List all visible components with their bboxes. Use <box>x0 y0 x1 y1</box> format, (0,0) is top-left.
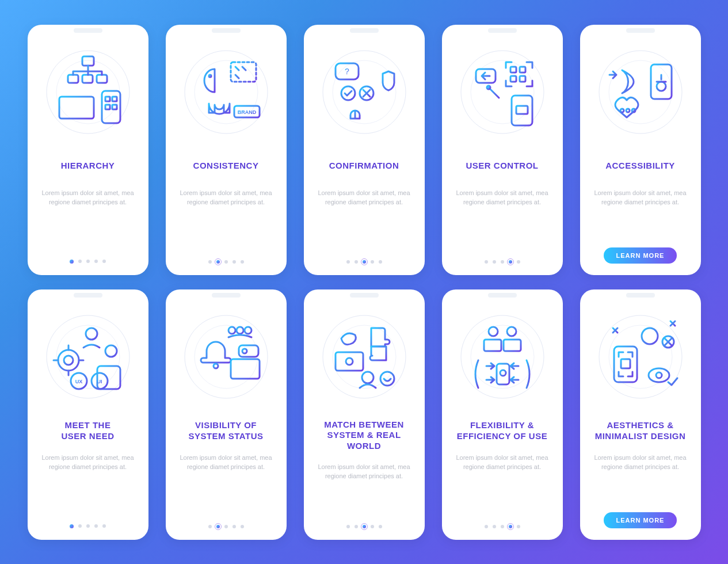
pagination-dot[interactable] <box>346 525 350 528</box>
pagination-dot[interactable] <box>363 525 366 528</box>
pagination-dot[interactable] <box>509 525 512 528</box>
svg-rect-3 <box>68 75 78 83</box>
phone-mockup-grid: HIERARCHYLorem ipsum dolor sit amet, mea… <box>28 25 701 540</box>
svg-point-0 <box>47 51 129 134</box>
pagination-dot[interactable] <box>241 525 244 528</box>
svg-rect-2 <box>82 56 94 66</box>
svg-rect-31 <box>520 76 525 82</box>
card-title: HIERARCHY <box>61 155 115 178</box>
pagination-dots <box>346 515 382 528</box>
accessibility-icon <box>592 43 689 141</box>
card-title: MEET THE USER NEED <box>61 420 114 443</box>
card-title: MATCH BETWEEN SYSTEM & REAL WORLD <box>310 420 419 452</box>
minimalist-icon <box>592 308 689 406</box>
svg-point-44 <box>58 350 79 371</box>
svg-rect-80 <box>621 359 630 368</box>
svg-point-54 <box>214 364 218 368</box>
svg-rect-29 <box>520 67 525 73</box>
pagination-dot[interactable] <box>485 260 488 264</box>
phone-card: VISIBILITY OF SYSTEM STATUSLorem ipsum d… <box>166 289 287 540</box>
svg-point-65 <box>362 372 373 383</box>
svg-point-68 <box>471 325 534 388</box>
pagination-dot[interactable] <box>501 525 504 528</box>
pagination-dot[interactable] <box>232 260 236 264</box>
pagination-dot[interactable] <box>371 525 374 528</box>
phone-card: USER CONTROLLorem ipsum dolor sit amet, … <box>442 25 563 275</box>
pagination-dot[interactable] <box>94 524 98 528</box>
pagination-dot[interactable] <box>78 524 82 528</box>
pagination-dot[interactable] <box>208 260 212 264</box>
card-title: CONFIRMATION <box>329 155 399 178</box>
card-description: Lorem ipsum dolor sit amet, mea regione … <box>33 188 143 207</box>
pagination-dot[interactable] <box>78 260 82 263</box>
phone-card: UXUIMEET THE USER NEEDLorem ipsum dolor … <box>28 289 148 540</box>
card-description: Lorem ipsum dolor sit amet, mea regione … <box>448 188 557 207</box>
svg-text:UX: UX <box>75 379 82 384</box>
card-title: AESTHETICS & MINIMALIST DESIGN <box>595 420 686 443</box>
pagination-dot[interactable] <box>346 260 350 264</box>
pagination-dot[interactable] <box>493 525 496 528</box>
svg-point-24 <box>461 51 544 134</box>
svg-rect-71 <box>484 340 501 351</box>
consistency-icon: BRAND <box>177 43 275 141</box>
pagination-dots <box>485 515 520 528</box>
svg-point-14 <box>209 75 211 77</box>
pagination-dot[interactable] <box>86 260 90 263</box>
card-title: ACCESSIBILITY <box>605 155 675 178</box>
pagination-dot[interactable] <box>363 260 366 264</box>
card-title: VISIBILITY OF SYSTEM STATUS <box>188 420 263 443</box>
pagination-dot[interactable] <box>517 525 520 528</box>
svg-rect-4 <box>82 75 93 83</box>
card-description: Lorem ipsum dolor sit amet, mea regione … <box>310 188 419 207</box>
pagination-dot[interactable] <box>241 260 244 264</box>
user-need-icon: UXUI <box>39 308 137 406</box>
pagination-dot[interactable] <box>371 260 374 264</box>
svg-point-39 <box>626 109 630 112</box>
pagination-dot[interactable] <box>216 260 220 264</box>
pagination-dot[interactable] <box>86 524 90 528</box>
pagination-dot[interactable] <box>70 260 74 264</box>
pagination-dot[interactable] <box>102 524 106 528</box>
svg-rect-63 <box>336 352 363 371</box>
svg-rect-8 <box>105 97 110 101</box>
svg-point-67 <box>461 315 544 398</box>
phone-card: BRANDCONSISTENCYLorem ipsum dolor sit am… <box>166 25 287 275</box>
pagination-dot[interactable] <box>70 524 74 528</box>
card-description: Lorem ipsum dolor sit amet, mea regione … <box>171 188 281 207</box>
pagination-dot[interactable] <box>379 260 382 264</box>
svg-point-70 <box>507 327 516 336</box>
svg-rect-73 <box>497 364 509 384</box>
learn-more-button[interactable]: LEARN MORE <box>604 512 677 528</box>
pagination-dot[interactable] <box>94 260 98 263</box>
user-control-icon <box>453 43 551 141</box>
pagination-dot[interactable] <box>224 260 228 264</box>
pagination-dot[interactable] <box>517 260 520 264</box>
phone-card: AESTHETICS & MINIMALIST DESIGNLorem ipsu… <box>580 289 701 540</box>
svg-point-77 <box>642 328 658 344</box>
confirmation-icon: ? <box>315 43 413 141</box>
pagination-dot[interactable] <box>493 260 496 264</box>
learn-more-button[interactable]: LEARN MORE <box>604 247 677 264</box>
pagination-dot[interactable] <box>509 260 512 264</box>
pagination-dot[interactable] <box>379 525 382 528</box>
svg-point-37 <box>657 82 666 91</box>
card-description: Lorem ipsum dolor sit amet, mea regione … <box>448 453 557 472</box>
pagination-dots <box>485 250 520 264</box>
pagination-dot[interactable] <box>224 525 228 528</box>
svg-rect-5 <box>97 75 107 83</box>
svg-point-60 <box>242 349 247 353</box>
pagination-dot[interactable] <box>355 525 358 528</box>
phone-card: ?CONFIRMATIONLorem ipsum dolor sit amet,… <box>304 25 425 275</box>
pagination-dot[interactable] <box>501 260 504 264</box>
pagination-dot[interactable] <box>216 525 220 528</box>
card-title: CONSISTENCY <box>193 155 259 178</box>
svg-point-57 <box>245 327 251 334</box>
pagination-dot[interactable] <box>208 525 212 528</box>
pagination-dot[interactable] <box>102 260 106 263</box>
pagination-dot[interactable] <box>485 525 488 528</box>
pagination-dot[interactable] <box>232 525 236 528</box>
svg-text:BRAND: BRAND <box>237 109 256 115</box>
svg-point-64 <box>346 358 353 365</box>
svg-point-55 <box>228 327 235 334</box>
pagination-dot[interactable] <box>355 260 358 264</box>
